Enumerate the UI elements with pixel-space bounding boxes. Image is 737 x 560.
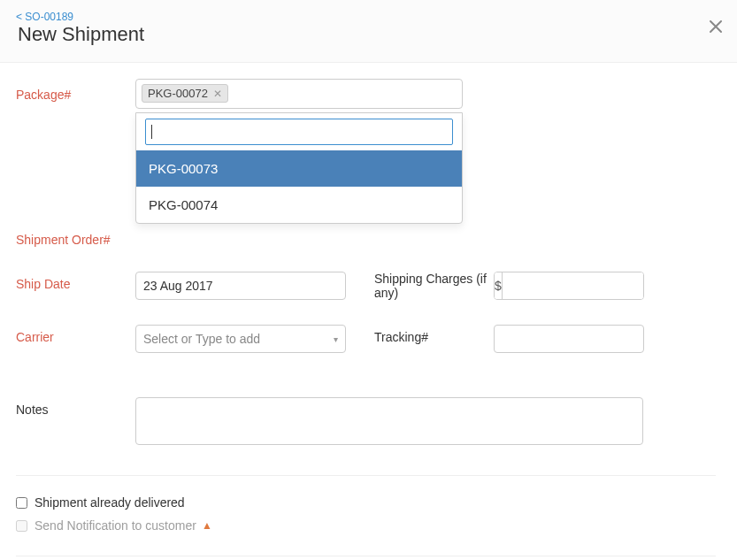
header: < SO-00189 New Shipment bbox=[0, 0, 737, 63]
currency-symbol: $ bbox=[495, 272, 503, 299]
package-tag-input[interactable]: PKG-00072 ✕ bbox=[135, 79, 463, 109]
shipment-order-label: Shipment Order# bbox=[16, 233, 135, 247]
carrier-select[interactable]: Select or Type to add ▾ bbox=[135, 325, 346, 353]
package-option[interactable]: PKG-00073 bbox=[136, 150, 462, 187]
chevron-down-icon: ▾ bbox=[334, 334, 338, 344]
tracking-label: Tracking# bbox=[374, 325, 494, 344]
tag-remove-icon[interactable]: ✕ bbox=[213, 88, 222, 100]
notify-checkbox-label: Send Notification to customer bbox=[35, 518, 196, 533]
ship-date-label: Ship Date bbox=[16, 272, 135, 291]
shipping-charges-input[interactable] bbox=[503, 272, 644, 299]
delivered-checkbox-label: Shipment already delivered bbox=[35, 495, 185, 510]
button-row: Save Cancel bbox=[0, 556, 737, 560]
text-cursor bbox=[151, 125, 152, 139]
notes-row: Notes bbox=[16, 397, 737, 450]
shipment-order-row: Shipment Order# bbox=[16, 233, 737, 272]
notify-checkbox[interactable] bbox=[16, 520, 27, 532]
notes-label: Notes bbox=[16, 397, 135, 417]
page-title: New Shipment bbox=[18, 23, 721, 46]
close-icon[interactable] bbox=[707, 18, 725, 35]
notes-textarea[interactable] bbox=[135, 397, 643, 445]
tracking-input[interactable] bbox=[494, 325, 644, 353]
form-area: Package# PKG-00072 ✕ PKG-00073 PKG-00074… bbox=[0, 63, 737, 450]
notify-checkbox-row[interactable]: Send Notification to customer ▲ bbox=[16, 518, 737, 533]
shipping-charges-label: Shipping Charges (if any) bbox=[374, 272, 494, 300]
carrier-label: Carrier bbox=[16, 325, 135, 344]
package-option[interactable]: PKG-00074 bbox=[136, 187, 462, 223]
shipping-charges-group: $ bbox=[494, 272, 644, 300]
checkbox-section: Shipment already delivered Send Notifica… bbox=[0, 476, 737, 533]
delivered-checkbox[interactable] bbox=[16, 497, 27, 509]
package-row: Package# PKG-00072 ✕ PKG-00073 PKG-00074 bbox=[16, 79, 737, 148]
carrier-placeholder: Select or Type to add bbox=[143, 332, 260, 346]
back-link[interactable]: < SO-00189 bbox=[16, 11, 73, 23]
carrier-tracking-row: Carrier Select or Type to add ▾ Tracking… bbox=[16, 325, 737, 378]
shipdate-charges-row: Ship Date Shipping Charges (if any) $ bbox=[16, 272, 737, 325]
package-label: Package# bbox=[16, 79, 135, 102]
package-search-input[interactable] bbox=[145, 119, 453, 145]
warning-icon: ▲ bbox=[202, 519, 212, 532]
package-dropdown: PKG-00073 PKG-00074 bbox=[135, 112, 463, 224]
ship-date-input[interactable] bbox=[135, 272, 346, 300]
delivered-checkbox-row[interactable]: Shipment already delivered bbox=[16, 495, 737, 510]
package-tag[interactable]: PKG-00072 ✕ bbox=[142, 84, 228, 103]
package-tag-text: PKG-00072 bbox=[148, 87, 208, 100]
